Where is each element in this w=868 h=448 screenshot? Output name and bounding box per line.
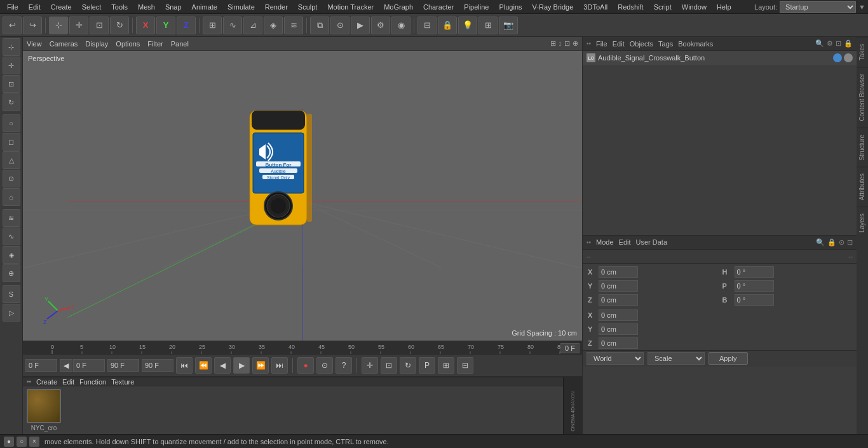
menu-simulate[interactable]: Simulate [223, 2, 259, 12]
status-icon-3[interactable]: × [29, 437, 39, 447]
menu-edit[interactable]: Edit [24, 2, 45, 12]
z-axis-button[interactable]: Z [177, 17, 196, 34]
attr-expand-icon[interactable]: ⊡ [847, 238, 853, 247]
prev-frame-input[interactable] [73, 359, 105, 372]
key-button[interactable]: ? [336, 357, 352, 374]
material-menu-texture[interactable]: Texture [111, 378, 134, 386]
scale-dropdown[interactable]: Scale Absolute Relative [648, 352, 705, 365]
render-settings-button[interactable]: ⚙ [371, 17, 390, 34]
motion-icon-3[interactable]: ↻ [400, 357, 416, 374]
viewport-icon-1[interactable]: ⊞ [550, 39, 556, 48]
object-row[interactable]: L0 Audible_Signal_Crosswalk_Button [583, 51, 857, 65]
y-pos-input[interactable] [599, 280, 638, 292]
undo-button[interactable]: ↩ [3, 17, 22, 34]
timeline-ruler[interactable]: 0 5 10 15 20 25 30 35 40 [23, 341, 582, 355]
left-tool-5[interactable]: ○ [3, 114, 20, 132]
material-item[interactable]: NYC_cro [27, 389, 61, 431]
left-tool-scale[interactable]: ⊡ [3, 75, 20, 93]
menu-tools[interactable]: Tools [107, 2, 132, 12]
object-dot-inactive[interactable] [844, 53, 853, 62]
status-icon-2[interactable]: ○ [17, 437, 27, 447]
motion-icon-1[interactable]: ✛ [362, 357, 378, 374]
menu-mograph[interactable]: MoGraph [379, 2, 417, 12]
boole-button[interactable]: ◈ [264, 17, 283, 34]
frame-all-button[interactable]: ⧉ [310, 17, 329, 34]
menu-3dtoall[interactable]: 3DToAll [579, 2, 612, 12]
viewport-icon-3[interactable]: ⊡ [564, 39, 570, 48]
sz-input[interactable] [599, 337, 638, 349]
go-start-button[interactable]: ⏮ [176, 357, 193, 374]
record-button[interactable]: ● [297, 357, 314, 374]
grid-button[interactable]: ⊞ [478, 17, 498, 34]
left-tool-7[interactable]: △ [3, 151, 20, 169]
h-input[interactable] [735, 266, 774, 278]
obj-menu-bookmarks[interactable]: Bookmarks [678, 40, 713, 48]
material-menu-create[interactable]: Create [36, 378, 57, 386]
obj-menu-objects[interactable]: Objects [630, 40, 653, 48]
left-tool-10[interactable]: ≋ [3, 209, 20, 227]
obj-menu-tags[interactable]: Tags [658, 40, 673, 48]
menu-create[interactable]: Create [46, 2, 76, 12]
viewport-menu-view[interactable]: View [27, 40, 42, 48]
snap-button[interactable]: ⊟ [417, 17, 437, 34]
takes-tab[interactable]: Takes [857, 37, 868, 67]
end-frame-input[interactable] [107, 359, 139, 372]
sx-input[interactable] [599, 309, 638, 321]
obj-menu-file[interactable]: File [596, 40, 607, 48]
material-menu-function[interactable]: Function [79, 378, 106, 386]
viewport-menu-panel[interactable]: Panel [171, 40, 189, 48]
menu-select[interactable]: Select [78, 2, 106, 12]
y-axis-button[interactable]: Y [156, 17, 175, 34]
p-input[interactable] [735, 280, 774, 292]
go-end-button[interactable]: ⏭ [271, 357, 288, 374]
structure-tab[interactable]: Structure [857, 128, 868, 167]
menu-pipeline[interactable]: Pipeline [459, 2, 493, 12]
menu-help[interactable]: Help [712, 2, 736, 12]
material-menu-edit[interactable]: Edit [62, 378, 74, 386]
attr-menu-mode[interactable]: Mode [596, 238, 614, 246]
current-frame-display[interactable]: 0 F [560, 343, 580, 353]
camera-button[interactable]: 📷 [499, 17, 518, 34]
world-dropdown[interactable]: World Object Camera [587, 352, 644, 365]
left-tool-9[interactable]: ⌂ [3, 188, 20, 206]
content-browser-tab[interactable]: Content Browser [857, 67, 868, 127]
layers-tab[interactable]: Layers [857, 207, 868, 239]
motion-icon-6[interactable]: ⊟ [457, 357, 473, 374]
step-back-button[interactable]: ⏪ [195, 357, 212, 374]
left-tool-14[interactable]: S [3, 285, 20, 303]
scale-tool-button[interactable]: ⊡ [90, 17, 109, 34]
cube-button[interactable]: ⊞ [203, 17, 222, 34]
motion-icon-5[interactable]: ⊞ [438, 357, 454, 374]
menu-vray[interactable]: V-Ray Bridge [528, 2, 578, 12]
menu-redshift[interactable]: Redshift [613, 2, 648, 12]
step-forward-button[interactable]: ⏩ [252, 357, 269, 374]
menu-motion-tracker[interactable]: Motion Tracker [323, 2, 378, 12]
start-frame-input[interactable] [25, 359, 57, 372]
light-button[interactable]: 💡 [458, 17, 477, 34]
render-button[interactable]: ▶ [351, 17, 370, 34]
attr-lock-icon[interactable]: ⊙ [839, 238, 844, 247]
hair-button[interactable]: ≋ [284, 17, 303, 34]
layout-arrow[interactable]: ▼ [858, 3, 865, 11]
left-tool-15[interactable]: ▷ [3, 304, 20, 322]
attr-menu-edit[interactable]: Edit [619, 238, 631, 246]
menu-plugins[interactable]: Plugins [494, 2, 526, 12]
status-icon-1[interactable]: ● [4, 437, 14, 447]
menu-file[interactable]: File [3, 2, 23, 12]
left-tool-rotate[interactable]: ↻ [3, 93, 20, 111]
auto-key-button[interactable]: ⊙ [316, 357, 333, 374]
viewport-menu-cameras[interactable]: Cameras [50, 40, 78, 48]
object-dot-active[interactable] [833, 53, 842, 62]
render-active-button[interactable]: ◉ [391, 17, 410, 34]
redo-button[interactable]: ↪ [23, 17, 42, 34]
obj-menu-edit[interactable]: Edit [613, 40, 625, 48]
left-tool-8[interactable]: ⊙ [3, 170, 20, 187]
left-tool-6[interactable]: ◻ [3, 133, 20, 151]
layout-dropdown[interactable]: Startup Standard BP UV Edit [780, 1, 856, 13]
prev-frame-btn[interactable]: ◀ [60, 359, 72, 372]
viewport-menu-options[interactable]: Options [116, 40, 140, 48]
render-view-button[interactable]: ⊙ [330, 17, 349, 34]
move-tool-button[interactable]: ✛ [69, 17, 88, 34]
left-tool-11[interactable]: ∿ [3, 227, 20, 245]
lock-button[interactable]: 🔒 [438, 17, 457, 34]
